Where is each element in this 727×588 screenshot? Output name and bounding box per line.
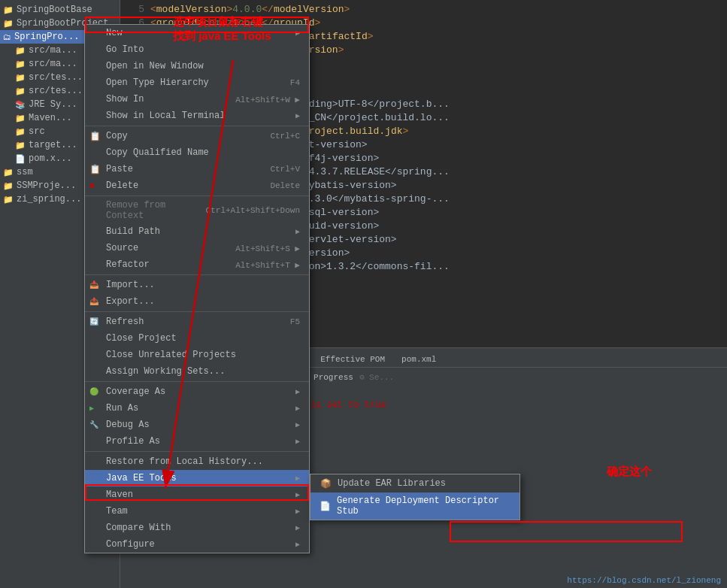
- menu-item-profile-as[interactable]: Profile As ▶: [85, 433, 309, 450]
- code-line: 5 <modelVersion>4.0.0</modelVersion>: [126, 3, 721, 17]
- menu-item-run-as[interactable]: ▶ Run As ▶: [85, 400, 309, 417]
- folder-icon: 📁: [3, 19, 14, 29]
- shortcut-remove-context: Ctrl+Alt+Shift+Down: [206, 206, 300, 215]
- folder-icon: 📁: [15, 86, 26, 96]
- menu-item-team[interactable]: Team ▶: [85, 503, 309, 520]
- menu-separator: [85, 274, 309, 275]
- folder-icon: 📁: [3, 195, 14, 205]
- folder-icon: 📁: [15, 114, 26, 123]
- menu-item-open-new-window[interactable]: Open in New Window: [85, 58, 309, 74]
- folder-icon: 📁: [15, 46, 26, 56]
- menu-separator: [85, 126, 309, 126]
- submenu-arrow-icon: ▶: [295, 111, 300, 120]
- progress-label[interactable]: Progress: [314, 373, 353, 382]
- submenu-arrow-icon: ▶: [295, 420, 300, 429]
- file-icon: 📄: [15, 154, 26, 164]
- shortcut-delete: Delete: [270, 181, 300, 190]
- menu-separator: [85, 381, 309, 382]
- menu-item-build-path[interactable]: Build Path ▶: [85, 223, 309, 240]
- menu-separator: [85, 195, 309, 196]
- shortcut-refactor: Alt+Shift+T ▶: [235, 260, 300, 270]
- coverage-icon: 🟢: [89, 387, 98, 396]
- tab-pom-xml[interactable]: pom.xml: [393, 350, 444, 367]
- folder-icon: 📁: [3, 5, 14, 15]
- menu-item-close-project[interactable]: Close Project: [85, 330, 309, 347]
- menu-item-coverage-as[interactable]: 🟢 Coverage As ▶: [85, 383, 309, 400]
- menu-item-configure[interactable]: Configure ▶: [85, 536, 309, 553]
- context-menu: New ▶ Go Into Open in New Window Open Ty…: [84, 24, 310, 553]
- menu-item-new[interactable]: New ▶: [85, 25, 309, 41]
- delete-icon: ✖: [89, 180, 95, 192]
- java-ee-tools-submenu: 📦 Update EAR Libraries 📄 Generate Deploy…: [310, 474, 520, 520]
- menu-item-refactor[interactable]: Refactor Alt+Shift+T ▶: [85, 256, 309, 273]
- paste-icon: 📋: [89, 164, 101, 175]
- menu-separator: [85, 451, 309, 452]
- menu-item-copy[interactable]: 📋 Copy Ctrl+C: [85, 128, 309, 144]
- menu-item-go-into[interactable]: Go Into: [85, 41, 309, 58]
- folder-icon: 📁: [15, 141, 26, 150]
- descriptor-icon: 📄: [320, 500, 331, 512]
- ear-icon: 📦: [320, 477, 332, 489]
- menu-item-close-unrelated[interactable]: Close Unrelated Projects: [85, 347, 309, 363]
- submenu-arrow-icon: ▶: [295, 523, 300, 532]
- shortcut-refresh: F5: [290, 317, 300, 326]
- menu-item-show-local-terminal[interactable]: Show in Local Terminal ▶: [85, 108, 309, 124]
- shortcut-paste: Ctrl+V: [270, 165, 300, 174]
- menu-item-import[interactable]: 📥 Import...: [85, 277, 309, 293]
- submenu-arrow-icon: ▶: [295, 507, 300, 516]
- tree-item-springbootbase[interactable]: 📁 SpringBootBase: [0, 3, 120, 17]
- tab-effective-pom[interactable]: Effective POM: [312, 350, 393, 367]
- menu-item-restore-history[interactable]: Restore from Local History...: [85, 453, 309, 470]
- submenu-arrow-icon: ▶: [295, 404, 300, 413]
- folder-icon: 📁: [3, 181, 14, 191]
- folder-icon: 📁: [15, 59, 26, 69]
- shortcut-f4: F4: [290, 78, 300, 87]
- library-icon: 📚: [15, 100, 26, 110]
- shortcut-copy: Ctrl+C: [270, 132, 300, 141]
- export-icon: 📤: [89, 297, 98, 306]
- project-icon: 🗂: [3, 32, 11, 42]
- submenu-arrow-icon: ▶: [295, 540, 300, 549]
- shortcut-show-in: Alt+Shift+W ▶: [235, 95, 300, 105]
- menu-item-paste[interactable]: 📋 Paste Ctrl+V: [85, 161, 309, 177]
- refresh-icon: 🔄: [89, 317, 98, 326]
- folder-icon: 📁: [3, 168, 14, 177]
- folder-icon: 📁: [15, 73, 26, 83]
- run-icon: ▶: [89, 404, 94, 413]
- menu-item-refresh[interactable]: 🔄 Refresh F5: [85, 314, 309, 330]
- submenu-arrow-icon: ▶: [295, 227, 300, 236]
- copy-icon: 📋: [89, 131, 101, 142]
- menu-item-delete[interactable]: ✖ Delete Delete: [85, 177, 309, 194]
- submenu-arrow-icon: ▶: [295, 29, 300, 38]
- menu-item-source[interactable]: Source Alt+Shift+S ▶: [85, 240, 309, 256]
- submenu-arrow-icon: ▶: [295, 437, 300, 446]
- import-icon: 📥: [89, 280, 98, 289]
- submenu-item-update-ear[interactable]: 📦 Update EAR Libraries: [310, 474, 520, 493]
- menu-separator: [85, 311, 309, 312]
- menu-item-open-type-hierarchy[interactable]: Open Type Hierarchy F4: [85, 74, 309, 91]
- menu-item-copy-qualified[interactable]: Copy Qualified Name: [85, 144, 309, 161]
- menu-item-remove-context[interactable]: Remove from Context Ctrl+Alt+Shift+Down: [85, 198, 309, 223]
- menu-item-debug-as[interactable]: 🔧 Debug As ▶: [85, 417, 309, 433]
- submenu-arrow-icon: ▶: [295, 490, 300, 499]
- menu-item-java-ee-tools[interactable]: Java EE Tools ▶: [85, 470, 309, 486]
- shortcut-source: Alt+Shift+S ▶: [235, 244, 300, 253]
- menu-item-export[interactable]: 📤 Export...: [85, 293, 309, 310]
- submenu-arrow-icon: ▶: [295, 387, 300, 396]
- menu-item-assign-working-sets[interactable]: Assign Working Sets...: [85, 363, 309, 380]
- submenu-item-gen-deployment[interactable]: 📄 Generate Deployment Descriptor Stub: [310, 493, 520, 520]
- menu-item-maven[interactable]: Maven ▶: [85, 486, 309, 503]
- folder-icon: 📁: [15, 127, 26, 137]
- submenu-arrow-icon: ▶: [295, 474, 300, 483]
- menu-item-compare-with[interactable]: Compare With ▶: [85, 520, 309, 536]
- debug-icon: 🔧: [89, 420, 98, 429]
- menu-item-show-in[interactable]: Show In Alt+Shift+W ▶: [85, 91, 309, 108]
